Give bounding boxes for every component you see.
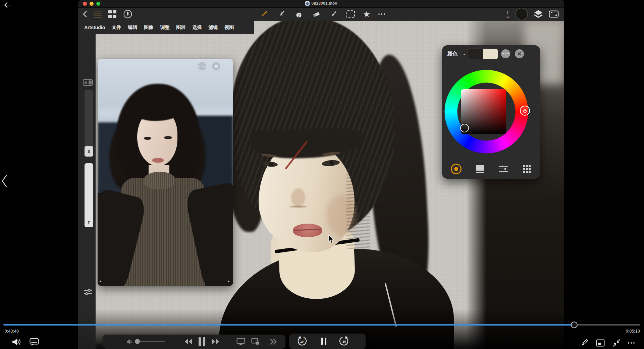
subtitles-icon[interactable]	[30, 338, 39, 347]
paint-lips	[293, 224, 322, 237]
menu-item-layers[interactable]: 图层	[176, 24, 185, 31]
menu-item-select[interactable]: 选择	[192, 24, 202, 31]
volume-slider-knob[interactable]	[135, 339, 140, 344]
volume-slider-track[interactable]	[136, 341, 165, 342]
photo-lips	[152, 158, 164, 163]
color-panel-close-button[interactable]	[515, 49, 524, 58]
fullscreen-icon[interactable]	[549, 10, 559, 18]
flow-slider-label: F	[85, 221, 93, 225]
paint-brush-icon-active[interactable]	[259, 9, 269, 19]
eyedropper-icon[interactable]	[329, 9, 338, 19]
menu-item-image[interactable]: 图像	[144, 24, 153, 31]
pressure-pen-icon[interactable]	[123, 9, 132, 19]
toolbar-left-group	[83, 7, 132, 21]
reference-close-button[interactable]	[212, 62, 220, 70]
airplay-icon[interactable]	[236, 338, 245, 346]
box-mode-icon[interactable]	[476, 165, 484, 173]
color-swatch-pair[interactable]	[468, 49, 498, 59]
video-window: S F 颜色	[78, 0, 564, 349]
wheel-mode-icon[interactable]	[451, 164, 462, 174]
current-color-well[interactable]	[515, 8, 528, 20]
window-title: 0818001.mov	[312, 1, 337, 6]
wet-brush-icon[interactable]	[277, 9, 286, 19]
close-icon	[518, 52, 521, 56]
paint-nostril	[289, 206, 307, 208]
color-panel-more-button[interactable]	[501, 49, 510, 58]
back-chevron-icon[interactable]	[83, 11, 87, 17]
mute-icon[interactable]	[126, 338, 132, 345]
color-panel-mode-tabs	[451, 163, 531, 175]
elapsed-time: 0:43:40	[5, 329, 19, 334]
menu-item-file[interactable]: 文件	[112, 24, 121, 31]
brush-size-value: 13	[506, 15, 509, 18]
reference-more-button[interactable]	[198, 62, 206, 70]
exit-fullscreen-icon[interactable]	[612, 339, 621, 347]
pause-button[interactable]	[199, 337, 205, 346]
ellipsis-icon	[199, 66, 205, 67]
toolbar-right-group: 13	[506, 7, 559, 21]
hue-lock-marker[interactable]	[520, 106, 530, 116]
mouse-cursor	[328, 235, 335, 244]
player-root: S F 颜色	[0, 0, 644, 349]
transport-bar	[103, 335, 285, 349]
resize-handle[interactable]	[228, 281, 229, 282]
palette-mode-icon[interactable]	[523, 165, 531, 173]
color-panel-title: 颜色	[447, 51, 458, 57]
toolbar-tools-group: ★	[259, 7, 385, 21]
more-tools-icon[interactable]	[378, 13, 385, 15]
size-slider-thumb[interactable]: S	[85, 146, 93, 157]
color-panel: 颜色	[442, 45, 540, 179]
menu-item-view[interactable]: 视图	[224, 24, 234, 31]
app-menubar: Artstudio 文件 编辑 图像 调整 图层 选择 滤镜 视图	[78, 21, 254, 34]
sliders-mode-icon[interactable]	[498, 165, 508, 173]
color-picker-handle[interactable]	[460, 124, 469, 132]
skip-bar-pause-button[interactable]	[321, 338, 326, 345]
tune-icon[interactable]	[83, 288, 93, 296]
smudge-icon[interactable]	[294, 9, 304, 19]
skip-back-label: 10	[297, 340, 307, 343]
collapse-left-chevron-icon[interactable]	[1, 174, 8, 188]
selection-marquee-icon[interactable]	[346, 10, 355, 18]
paint-nose	[291, 188, 305, 207]
rewind-icon[interactable]	[184, 337, 193, 346]
menu-item-edit[interactable]: 编辑	[128, 24, 137, 31]
menu-item-filter[interactable]: 滤镜	[208, 24, 218, 31]
progress-bar-remaining[interactable]	[578, 324, 640, 326]
picture-in-picture-icon[interactable]	[251, 338, 260, 345]
fast-forward-icon[interactable]	[211, 337, 220, 346]
thumbnail-frame-icon[interactable]	[596, 339, 605, 347]
speaker-icon[interactable]	[11, 337, 21, 347]
photo-eye-left	[144, 137, 151, 140]
flow-slider[interactable]: F	[85, 163, 93, 227]
gallery-grid-icon[interactable]	[108, 10, 116, 18]
size-slider[interactable]: S	[85, 90, 93, 157]
progress-scrubber-handle[interactable]	[571, 322, 578, 328]
progress-bar-elapsed[interactable]	[3, 324, 574, 326]
paint-hair-wisps	[346, 148, 370, 249]
brush-size-tick	[507, 11, 508, 14]
photo-turtleneck	[144, 172, 175, 189]
remaining-time: 0:05:10	[610, 329, 640, 334]
lock-icon	[523, 108, 527, 113]
resize-handle[interactable]	[100, 281, 101, 282]
brush-size-indicator[interactable]: 13	[506, 11, 509, 18]
menu-item-adjust[interactable]: 调整	[160, 24, 169, 31]
skip-bar: 10 30	[289, 334, 366, 349]
menu-item-artstudio[interactable]: Artstudio	[84, 25, 105, 30]
panel-toggle-icon[interactable]	[83, 79, 93, 86]
back-arrow-icon[interactable]	[3, 1, 12, 9]
more-options-icon[interactable]	[628, 342, 635, 344]
menu-hamburger-icon[interactable]	[94, 11, 102, 18]
close-icon	[214, 64, 218, 68]
color-wheel[interactable]	[444, 70, 528, 154]
primary-color-swatch[interactable]	[468, 49, 483, 59]
movie-file-icon	[305, 1, 310, 6]
annotate-pencil-icon[interactable]	[580, 338, 589, 347]
layers-icon[interactable]	[534, 10, 543, 18]
ellipsis-icon	[502, 53, 509, 55]
reference-photo-panel[interactable]	[98, 59, 233, 286]
secondary-color-swatch[interactable]	[483, 49, 498, 59]
favorites-star-icon[interactable]: ★	[363, 10, 370, 18]
eraser-icon[interactable]	[312, 9, 321, 19]
more-chevrons-icon[interactable]	[269, 338, 277, 345]
